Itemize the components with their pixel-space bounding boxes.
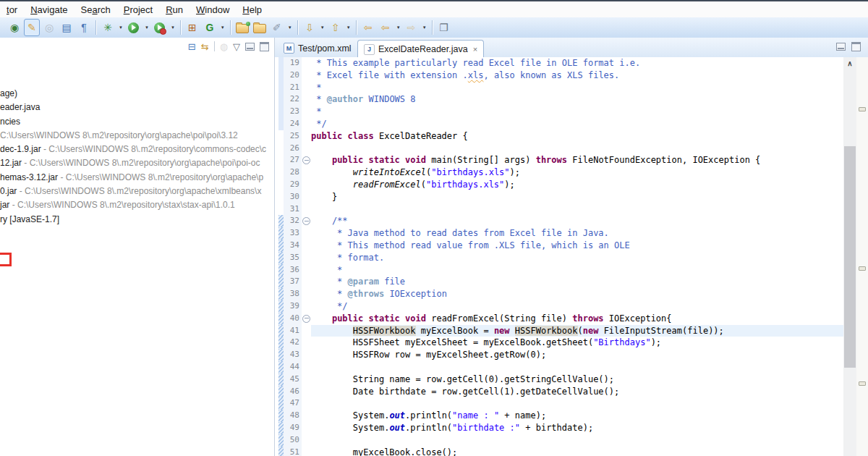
code-text[interactable]: * @throws IOException bbox=[311, 288, 843, 300]
tree-item[interactable]: 0.jar - C:\Users\WINDOWS 8\.m2\repositor… bbox=[0, 185, 274, 198]
tree-item[interactable]: jar - C:\Users\WINDOWS 8\.m2\repository\… bbox=[0, 198, 274, 212]
back-history-button[interactable]: ⇦ bbox=[378, 19, 393, 36]
menu-item-search[interactable]: Search bbox=[75, 4, 117, 15]
minimize-editor-button[interactable] bbox=[836, 43, 846, 51]
code-text[interactable]: * format. bbox=[311, 252, 843, 264]
code-text[interactable]: public static void main(String[] args) t… bbox=[311, 154, 843, 166]
code-text[interactable]: HSSFSheet myExcelSheet = myExcelBook.get… bbox=[311, 337, 843, 349]
last-edit-location-button[interactable]: ❐ bbox=[436, 19, 452, 36]
prev-annotation-button-dropdown[interactable]: ▼ bbox=[344, 25, 353, 30]
tab-exceldatereader-java[interactable]: J ExcelDateReader.java × bbox=[357, 40, 484, 58]
debug-button-dropdown[interactable]: ▼ bbox=[116, 25, 125, 30]
tab-test-pom-xml[interactable]: M Test/pom.xml bbox=[278, 40, 357, 56]
close-tab-icon[interactable]: × bbox=[473, 46, 477, 54]
refresh-icon-dropdown[interactable]: ▼ bbox=[218, 25, 227, 30]
menu-item-navigate[interactable]: Navigate bbox=[24, 4, 74, 15]
code-text[interactable]: * This example particularly read Excel f… bbox=[311, 57, 843, 69]
code-text[interactable]: */ bbox=[311, 300, 843, 313]
tree-item[interactable]: ry [JavaSE-1.7] bbox=[0, 213, 274, 227]
code-text[interactable] bbox=[311, 203, 843, 216]
back-button[interactable]: ⇦ bbox=[360, 19, 376, 36]
code-text[interactable]: * @author WINDOWS 8 bbox=[311, 93, 843, 106]
debug-button-glyph: ✳ bbox=[103, 22, 112, 33]
minimize-view-button[interactable] bbox=[245, 43, 255, 51]
brush-icon[interactable]: ✐ bbox=[269, 19, 285, 36]
code-text[interactable] bbox=[311, 434, 843, 447]
collapse-marker-icon[interactable] bbox=[302, 156, 310, 164]
code-text[interactable]: * Java method to read dates from Excel f… bbox=[311, 227, 843, 240]
show-source-icon[interactable]: ▤ bbox=[59, 19, 75, 36]
run-button[interactable] bbox=[126, 19, 142, 36]
brush-icon-dropdown[interactable]: ▼ bbox=[286, 25, 294, 30]
new-java-project-icon[interactable]: ⊞ bbox=[184, 19, 200, 36]
code-text[interactable]: * bbox=[311, 264, 843, 276]
occurrence-marker[interactable] bbox=[859, 266, 866, 271]
vertical-scrollbar[interactable]: ∧ bbox=[843, 57, 856, 456]
tree-item[interactable]: age) bbox=[0, 87, 274, 101]
connect-icon[interactable]: ◉ bbox=[7, 19, 22, 36]
code-text[interactable]: /** bbox=[311, 215, 843, 227]
mark-occurrences-toggle[interactable]: ✎ bbox=[24, 19, 40, 36]
debug-button[interactable]: ✳ bbox=[100, 19, 116, 36]
code-text[interactable]: Date birthdate = row.getCell(1).getDateC… bbox=[311, 386, 843, 398]
code-text[interactable]: HSSFRow row = myExcelSheet.getRow(0); bbox=[311, 349, 843, 361]
code-text[interactable]: * Excel file with extension .xls, also k… bbox=[311, 69, 843, 82]
menu-item-project[interactable]: Project bbox=[117, 4, 159, 15]
folder-icon[interactable] bbox=[252, 19, 268, 36]
code-text[interactable]: } bbox=[311, 191, 843, 203]
filter-icon[interactable]: ◍ bbox=[220, 42, 228, 51]
next-annotation-button-dropdown[interactable]: ▼ bbox=[318, 25, 327, 30]
code-text[interactable] bbox=[311, 397, 843, 410]
code-text[interactable] bbox=[311, 143, 843, 155]
view-menu-button[interactable]: ▽ bbox=[233, 42, 240, 51]
collapse-all-button[interactable]: ⊟ bbox=[188, 42, 196, 51]
menu-item-run[interactable]: Run bbox=[159, 4, 190, 15]
forward-button[interactable]: ⇨ bbox=[404, 19, 420, 36]
collapse-marker-icon[interactable] bbox=[302, 217, 310, 225]
line-number: 30 bbox=[284, 191, 302, 203]
coverage-button[interactable] bbox=[152, 19, 168, 36]
scroll-up-arrow-icon[interactable]: ∧ bbox=[843, 57, 856, 69]
code-text[interactable]: myExcelBook.close(); bbox=[311, 447, 843, 456]
code-text[interactable] bbox=[311, 361, 843, 373]
next-annotation-button[interactable]: ⇩ bbox=[302, 19, 318, 36]
code-text[interactable]: String name = row.getCell(0).getStringCe… bbox=[311, 373, 843, 386]
back-history-button-dropdown[interactable]: ▼ bbox=[394, 25, 403, 30]
code-text[interactable]: */ bbox=[311, 118, 843, 130]
code-text[interactable]: System.out.println("name : " + name); bbox=[311, 410, 843, 422]
menu-item-refactor[interactable]: tor bbox=[0, 4, 24, 15]
forward-button-dropdown[interactable]: ▼ bbox=[420, 25, 429, 30]
occurrence-marker[interactable] bbox=[859, 381, 866, 386]
show-whitespace-icon[interactable]: ¶ bbox=[76, 19, 92, 36]
tree-item[interactable]: hemas-3.12.jar - C:\Users\WINDOWS 8\.m2\… bbox=[0, 171, 274, 185]
code-text[interactable]: System.out.println("birthdate :" + birth… bbox=[311, 422, 843, 434]
refresh-icon[interactable]: G bbox=[202, 19, 218, 36]
maximize-editor-button[interactable] bbox=[851, 42, 861, 51]
prev-annotation-button[interactable]: ⇧ bbox=[328, 19, 344, 36]
code-text[interactable]: * bbox=[311, 82, 843, 94]
code-text[interactable]: * This method read value from .XLS file,… bbox=[311, 240, 843, 252]
code-text[interactable]: * bbox=[311, 106, 843, 118]
code-text[interactable]: writeIntoExcel("birthdays.xls"); bbox=[311, 166, 843, 179]
tree-item[interactable]: ncies bbox=[0, 115, 274, 129]
annotation-nav-icon[interactable]: ◎ bbox=[41, 19, 57, 36]
open-resource-icon[interactable] bbox=[234, 19, 250, 36]
menu-item-window[interactable]: Window bbox=[190, 4, 236, 15]
tree-item[interactable]: eader.java bbox=[0, 101, 274, 114]
coverage-button-dropdown[interactable]: ▼ bbox=[169, 25, 177, 30]
code-text[interactable]: * @param file bbox=[311, 276, 843, 288]
tree-item[interactable]: dec-1.9.jar - C:\Users\WINDOWS 8\.m2\rep… bbox=[0, 143, 274, 156]
tree-item[interactable]: C:\Users\WINDOWS 8\.m2\repository\org\ap… bbox=[0, 129, 274, 143]
run-button-dropdown[interactable]: ▼ bbox=[142, 25, 151, 30]
tree-item[interactable]: 12.jar - C:\Users\WINDOWS 8\.m2\reposito… bbox=[0, 156, 274, 170]
maximize-view-button[interactable] bbox=[260, 42, 269, 51]
code-text[interactable]: public static void readFromExcel(String … bbox=[311, 313, 843, 325]
code-text[interactable]: readFromExcel("birthdays.xls"); bbox=[311, 179, 843, 191]
link-with-editor-button[interactable]: ⇆ bbox=[201, 42, 209, 51]
code-text[interactable]: public class ExcelDateReader { bbox=[311, 130, 843, 143]
code-text[interactable]: HSSFWorkbook myExcelBook = new HSSFWorkb… bbox=[311, 325, 843, 337]
occurrence-marker[interactable] bbox=[859, 107, 866, 111]
menu-item-help[interactable]: Help bbox=[236, 4, 268, 15]
collapse-marker-icon[interactable] bbox=[302, 315, 310, 323]
scrollbar-thumb[interactable] bbox=[844, 146, 856, 368]
